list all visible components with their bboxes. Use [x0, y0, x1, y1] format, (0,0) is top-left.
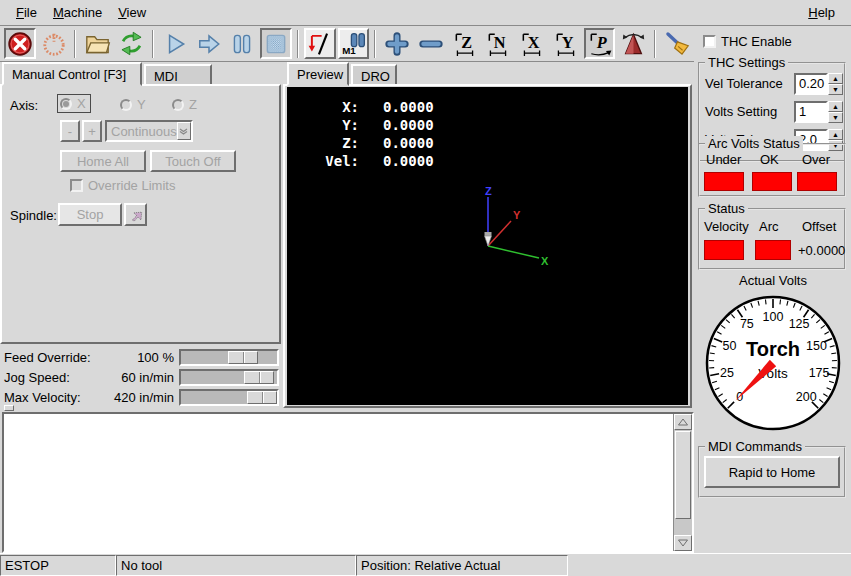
- machine-power-icon: [41, 31, 67, 57]
- svg-text:100: 100: [763, 310, 784, 324]
- zoom-out-button[interactable]: [415, 28, 447, 59]
- step-button[interactable]: [193, 28, 225, 59]
- menu-help[interactable]: Help: [800, 3, 843, 22]
- menu-machine[interactable]: Machine: [45, 3, 110, 22]
- spindle-brake-button[interactable]: [124, 203, 147, 226]
- spin-down-button[interactable]: ▼: [828, 112, 843, 123]
- rotate-view-button[interactable]: [617, 28, 649, 59]
- scroll-up-arrow-icon: [678, 418, 688, 426]
- spindle-stop-button[interactable]: Stop: [58, 203, 122, 226]
- svg-text:25: 25: [720, 366, 734, 380]
- axis-radio-y[interactable]: Y: [120, 97, 146, 112]
- menu-view[interactable]: View: [110, 3, 154, 22]
- pane-sash-grip[interactable]: [4, 405, 14, 411]
- scrollbar-thumb[interactable]: [675, 431, 691, 519]
- gauge-center-label: Torch: [746, 338, 800, 360]
- stop-button[interactable]: [260, 28, 292, 59]
- pause-button[interactable]: [226, 28, 258, 59]
- estop-icon: [7, 31, 33, 57]
- estop-button[interactable]: [4, 28, 36, 59]
- rapid-to-home-label: Rapid to Home: [729, 465, 816, 480]
- tab-manual-control-label: Manual Control [F3]: [12, 67, 126, 82]
- touch-off-button[interactable]: Touch Off: [150, 150, 236, 172]
- tab-manual-control[interactable]: Manual Control [F3]: [2, 62, 142, 86]
- axis-radio-x[interactable]: X: [58, 95, 90, 112]
- vel-tolerance-row: Vel Tolerance ▲ ▼: [705, 72, 843, 95]
- combobox-arrow-button[interactable]: [177, 122, 191, 140]
- jog-mode-value: Continuous: [111, 124, 177, 139]
- application-window: File Machine View Help: [0, 0, 851, 576]
- spin-up-button[interactable]: ▲: [828, 129, 843, 140]
- jog-minus-button[interactable]: -: [60, 120, 80, 142]
- spin-up-button[interactable]: ▲: [828, 101, 843, 112]
- velocity-indicator: [704, 240, 744, 260]
- override-limits-checkbox[interactable]: Override Limits: [70, 178, 175, 193]
- volts-setting-label: Volts Setting: [705, 104, 794, 119]
- view-z-button[interactable]: Z: [449, 28, 481, 59]
- rapid-to-home-button[interactable]: Rapid to Home: [704, 456, 840, 488]
- readout-y-value: 0.0000: [383, 116, 434, 134]
- z-axis-label: Z: [485, 185, 492, 197]
- volts-setting-row: Volts Setting ▲ ▼: [705, 100, 843, 123]
- statusbar-position-mode: Position: Relative Actual: [356, 555, 568, 576]
- toolbar: M1 Z N: [0, 26, 694, 62]
- tab-dro[interactable]: DRO: [351, 64, 397, 86]
- thc-enable-checkbox[interactable]: THC Enable: [703, 34, 792, 49]
- skip-lines-button[interactable]: [304, 28, 336, 59]
- tab-preview[interactable]: Preview: [287, 62, 349, 86]
- max-velocity-slider[interactable]: [179, 389, 279, 406]
- view-z2-button[interactable]: N: [483, 28, 515, 59]
- optional-stop-button[interactable]: M1: [338, 28, 370, 59]
- readout-y-label: Y:: [317, 116, 359, 134]
- readout-z-value: 0.0000: [383, 134, 434, 152]
- tab-mdi[interactable]: MDI [F5]: [144, 64, 212, 86]
- tool-cone-top: [485, 232, 492, 236]
- spindle-label: Spindle:: [10, 208, 57, 223]
- optional-stop-m1-icon: M1: [340, 31, 366, 57]
- clear-plot-button[interactable]: [661, 28, 693, 59]
- under-indicator: [704, 172, 744, 191]
- scroll-down-arrow-icon: [678, 539, 688, 547]
- view-x-button[interactable]: X: [516, 28, 548, 59]
- spin-up-button[interactable]: ▲: [828, 73, 843, 84]
- axis-radio-y-label: Y: [137, 97, 146, 112]
- jog-speed-slider[interactable]: [179, 369, 279, 386]
- gcode-text-area[interactable]: [2, 412, 694, 553]
- axis-radio-z[interactable]: Z: [172, 97, 197, 112]
- slider-thumb[interactable]: [247, 391, 277, 404]
- zoom-in-button[interactable]: [381, 28, 413, 59]
- run-button[interactable]: [159, 28, 191, 59]
- radio-circle-x: [60, 98, 72, 110]
- menubar: File Machine View Help: [0, 0, 851, 26]
- svg-text:P: P: [595, 34, 607, 52]
- jog-speed-row: Jog Speed: 60 in/min: [4, 367, 280, 387]
- home-all-button[interactable]: Home All: [60, 150, 146, 172]
- scrollbar-trough[interactable]: [674, 520, 692, 535]
- slider-thumb[interactable]: [244, 371, 274, 384]
- preview-canvas[interactable]: X:0.0000 Y:0.0000 Z:0.0000 Vel:0.0000 Z …: [287, 87, 688, 405]
- menu-file[interactable]: File: [8, 3, 45, 22]
- open-file-button[interactable]: [81, 28, 113, 59]
- broom-icon: [664, 30, 691, 57]
- radio-circle-y: [120, 99, 132, 111]
- machine-power-button[interactable]: [38, 28, 70, 59]
- slider-thumb[interactable]: [228, 351, 258, 364]
- view-y-button[interactable]: Y: [550, 28, 582, 59]
- svg-text:N: N: [494, 34, 506, 52]
- zoom-in-icon: [384, 31, 410, 57]
- reload-button[interactable]: [115, 28, 147, 59]
- volts-setting-input[interactable]: [794, 101, 828, 123]
- axes-origin-indicator: Z Y X: [435, 185, 557, 277]
- spin-down-button[interactable]: ▼: [828, 84, 843, 95]
- vel-tolerance-input[interactable]: [794, 73, 828, 95]
- jog-mode-combobox[interactable]: Continuous: [105, 120, 193, 142]
- preview-panel: Preview DRO X:0.0000 Y:0.0000 Z:0.0000 V…: [283, 62, 695, 412]
- scroll-up-button[interactable]: [674, 414, 692, 430]
- axis-label: Axis:: [10, 98, 38, 113]
- text-area-scrollbar[interactable]: [673, 414, 692, 551]
- view-p-button[interactable]: P: [584, 28, 616, 59]
- scroll-down-button[interactable]: [674, 535, 692, 551]
- feed-override-slider[interactable]: [179, 349, 279, 366]
- jog-plus-button[interactable]: +: [82, 120, 102, 142]
- step-arrow-icon: [196, 31, 222, 57]
